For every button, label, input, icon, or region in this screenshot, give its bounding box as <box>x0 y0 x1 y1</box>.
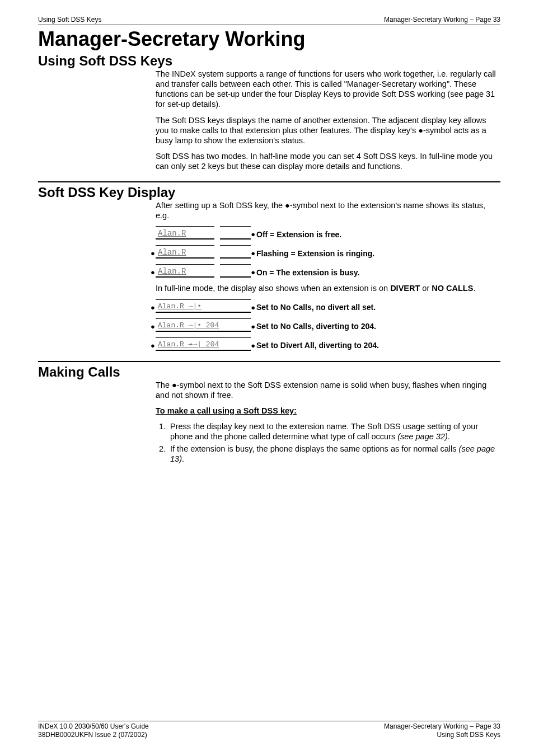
bullet-icon: ● <box>251 268 255 277</box>
bullet-icon: ● <box>251 322 255 331</box>
bullet-icon: ● <box>251 341 255 350</box>
section-display-body: After setting up a Soft DSS key, the ●-s… <box>156 200 500 350</box>
lcd-segment: ● <box>220 226 251 240</box>
bullet-icon: ● <box>172 381 177 389</box>
list-item: Press the display key next to the extens… <box>168 421 500 442</box>
lcd-row: ● Alan.R →|• ● Set to No Calls, no diver… <box>156 299 500 313</box>
lcd-text: Alan.R →|• 204 <box>158 321 219 330</box>
lcd-label: On = The extension is busy. <box>256 268 360 278</box>
lcd-row: ● Alan.R ● Flashing = Extension is ringi… <box>156 245 500 259</box>
bullet-icon: ● <box>151 249 155 258</box>
lcd-label: Set to No Calls, diverting to 204. <box>256 322 376 332</box>
lcd-row: ● Alan.R ↠→| 204 ● Set to Divert All, di… <box>156 337 500 351</box>
lcd-segment: ● Alan.R <box>156 264 214 278</box>
lcd-box: ● Alan.R →|• 204 ● <box>156 318 251 332</box>
lcd-segment: ● <box>220 264 251 278</box>
divider <box>38 181 500 182</box>
bullet-icon: ● <box>151 341 155 350</box>
lcd-box: ● Alan.R ● <box>156 264 251 278</box>
using-p3: Soft DSS has two modes. In half-line mod… <box>156 151 500 171</box>
bullet-icon: ● <box>251 230 255 239</box>
lcd-label: Flashing = Extension is ringing. <box>256 249 374 259</box>
lcd-label: Off = Extension is free. <box>256 230 341 240</box>
bullet-icon: ● <box>151 303 155 312</box>
display-intro: After setting up a Soft DSS key, the ●-s… <box>156 200 500 220</box>
lcd-row: ● Alan.R ● On = The extension is busy. <box>156 264 500 278</box>
lcd-label: Set to No Calls, no divert all set. <box>256 303 376 313</box>
lcd-row: ● Alan.R →|• 204 ● Set to No Calls, dive… <box>156 318 500 332</box>
divider <box>38 361 500 362</box>
list-item: If the extension is busy, the phone disp… <box>168 444 500 464</box>
lcd-text: Alan.R <box>158 229 186 239</box>
lcd-text: Alan.R <box>158 248 186 258</box>
footer-right: Manager-Secretary Working – Page 33 Usin… <box>384 722 500 739</box>
page-title: Manager-Secretary Working <box>38 27 500 51</box>
bullet-icon: ● <box>418 126 423 135</box>
lcd-box: Alan.R ● <box>156 226 251 240</box>
lcd-segment: Alan.R <box>156 226 214 240</box>
using-p2: The Soft DSS keys displays the name of a… <box>156 115 500 145</box>
section-using-heading: Using Soft DSS Keys <box>38 53 500 69</box>
lcd-segment: ● Alan.R <box>156 245 214 259</box>
bullet-icon: ● <box>151 322 155 331</box>
display-mid: In full-line mode, the display also show… <box>156 283 500 293</box>
section-using-body: The INDeX system supports a range of fun… <box>156 69 500 171</box>
page-footer: INDeX 10.0 2030/50/60 User's Guide 38DHB… <box>38 721 500 739</box>
bullet-icon: ● <box>285 201 290 210</box>
lcd-text: Alan.R →|• <box>158 302 202 311</box>
bullet-icon: ● <box>151 268 155 277</box>
lcd-segment: ● Alan.R ↠→| 204 ● <box>156 337 251 351</box>
procedure-steps: Press the display key next to the extens… <box>168 421 500 464</box>
procedure-title: To make a call using a Soft DSS key: <box>156 406 500 416</box>
lcd-text: Alan.R <box>158 267 186 277</box>
runhead-left: Using Soft DSS Keys <box>38 16 101 24</box>
bullet-icon: ● <box>251 303 255 312</box>
lcd-box: ● Alan.R →|• ● <box>156 299 251 313</box>
section-display-heading: Soft DSS Key Display <box>38 185 500 200</box>
lcd-label: Set to Divert All, diverting to 204. <box>256 341 379 351</box>
running-header: Using Soft DSS Keys Manager-Secretary Wo… <box>38 16 500 25</box>
lcd-box: ● Alan.R ● <box>156 245 251 259</box>
lcd-segment: ● <box>220 245 251 259</box>
section-making-heading: Making Calls <box>38 364 500 380</box>
using-p1: The INDeX system supports a range of fun… <box>156 69 500 110</box>
lcd-row: Alan.R ● Off = Extension is free. <box>156 226 500 240</box>
footer-left: INDeX 10.0 2030/50/60 User's Guide 38DHB… <box>38 722 149 739</box>
bullet-icon: ● <box>251 249 255 258</box>
lcd-segment: ● Alan.R →|• ● <box>156 299 251 313</box>
runhead-right: Manager-Secretary Working – Page 33 <box>384 16 500 24</box>
lcd-box: ● Alan.R ↠→| 204 ● <box>156 337 251 351</box>
lcd-segment: ● Alan.R →|• 204 ● <box>156 318 251 332</box>
lcd-text: Alan.R ↠→| 204 <box>158 340 219 349</box>
making-p1: The ●-symbol next to the Soft DSS extens… <box>156 380 500 400</box>
section-making-body: The ●-symbol next to the Soft DSS extens… <box>156 380 500 464</box>
